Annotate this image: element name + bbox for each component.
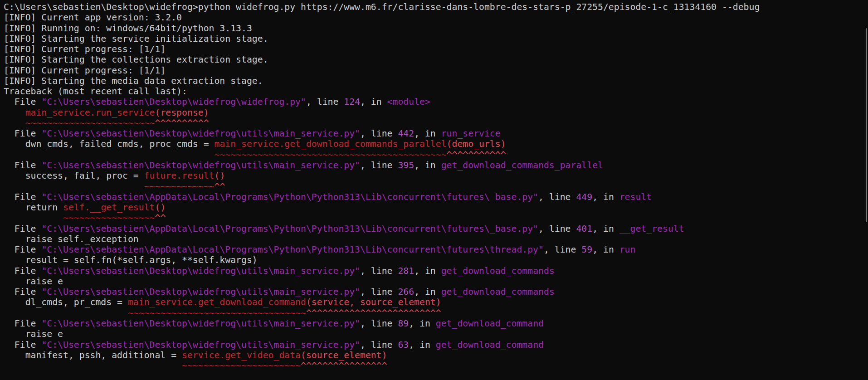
text-segment: , line [360, 128, 398, 139]
error-anchor-segment: ^^^^^^^^^^^^^^^^^^^^^^^^^ [306, 308, 441, 318]
text-segment: C:\Users\sebastien\Desktop\widefrog>pyth… [4, 2, 760, 12]
scrollbar-thumb[interactable] [866, 28, 867, 222]
text-segment: [INFO] Current app version: 3.2.0 [4, 12, 182, 23]
text-segment: , line [538, 192, 576, 202]
text-segment [4, 107, 25, 118]
file-path: get_download_commands_parallel [441, 160, 603, 171]
terminal-line: raise e [4, 276, 863, 287]
terminal-line: File "C:\Users\sebastien\Desktop\widefro… [4, 318, 863, 329]
text-segment: , line [306, 97, 344, 107]
terminal-line: ~~~~~~~~~~~~~~~~~~~~~~~~~~~~~~~~~^^^^^^^… [4, 308, 863, 318]
line-number: 266 [398, 287, 414, 297]
terminal-line: return self.__get_result() [4, 202, 863, 213]
file-path: run_service [441, 128, 501, 139]
terminal-window: C:\Users\sebastien\Desktop\widefrog>pyth… [0, 0, 868, 380]
terminal-line: ~~~~~~~~~~~~~~~~~^^ [4, 213, 863, 223]
text-segment [4, 150, 214, 160]
terminal-line: [INFO] Current progress: [1/1] [4, 44, 863, 54]
file-path: get_download_command [436, 340, 544, 350]
error-anchor-segment: ^^^^^^^^^^^^^^^^ [301, 361, 387, 371]
text-segment: raise e [4, 329, 63, 339]
file-path: "C:\Users\sebastien\Desktop\widefrog\uti… [41, 287, 360, 297]
text-segment: , in [592, 224, 619, 234]
line-number: 449 [576, 192, 592, 202]
text-segment: manifest, pssh, additional = [4, 350, 182, 361]
error-anchor-segment: ^^^^^^^^^^^ [447, 150, 506, 160]
text-segment: raise self._exception [4, 234, 139, 244]
file-path: "C:\Users\sebastien\Desktop\widefrog\uti… [41, 128, 360, 139]
text-segment [4, 361, 182, 371]
text-segment [4, 308, 128, 318]
error-anchor-segment: () [214, 171, 225, 181]
error-anchor-segment: (service, source_element) [306, 297, 441, 307]
line-number: 395 [398, 160, 414, 171]
text-segment [4, 118, 25, 128]
file-path: "C:\Users\sebastien\Desktop\widefrog\uti… [41, 160, 360, 171]
file-path: "C:\Users\sebastien\Desktop\widefrog\uti… [41, 266, 360, 276]
line-number: 281 [398, 266, 414, 276]
terminal-line: [INFO] Current app version: 3.2.0 [4, 12, 863, 23]
line-number: 89 [398, 318, 409, 329]
terminal-line: dwn_cmds, failed_cmds, proc_cmds = main_… [4, 139, 863, 149]
text-segment: Traceback (most recent call last): [4, 86, 187, 97]
line-number: 442 [398, 128, 414, 139]
terminal-line: result = self.fn(*self.args, **self.kwar… [4, 255, 863, 265]
text-segment: [INFO] Starting the collections extracti… [4, 54, 268, 65]
terminal-line: File "C:\Users\sebastien\Desktop\widefro… [4, 287, 863, 297]
terminal-line: [INFO] Current progress: [1/1] [4, 65, 863, 76]
text-segment: File [4, 192, 41, 202]
text-segment: , in [414, 160, 441, 171]
text-segment: , in [414, 266, 441, 276]
text-segment: , in [414, 128, 441, 139]
file-path: "C:\Users\sebastien\AppData\Local\Progra… [41, 244, 544, 255]
error-code-segment: main_service.get_download_command [128, 297, 306, 307]
line-number: 401 [576, 224, 592, 234]
text-segment: [INFO] Starting the service initializati… [4, 34, 268, 44]
file-path: get_download_command [436, 318, 544, 329]
text-segment: , in [409, 340, 436, 350]
terminal-line: File "C:\Users\sebastien\Desktop\widefro… [4, 340, 863, 350]
text-segment: return [4, 202, 63, 213]
terminal-line: [INFO] Starting the media data extractio… [4, 76, 863, 86]
text-segment: , in [414, 287, 441, 297]
error-anchor-segment: (response) [155, 107, 209, 118]
text-segment: result = self.fn(*self.args, **self.kwar… [4, 255, 258, 265]
text-segment: File [4, 287, 41, 297]
terminal-line: success, fail, proc = future.result() [4, 171, 863, 181]
scrollbar-track[interactable] [864, 0, 868, 380]
file-path: "C:\Users\sebastien\AppData\Local\Progra… [41, 224, 538, 234]
terminal-line: File "C:\Users\sebastien\Desktop\widefro… [4, 128, 863, 139]
text-segment: [INFO] Current progress: [1/1] [4, 65, 166, 76]
line-number: 63 [398, 340, 409, 350]
terminal-line: File "C:\Users\sebastien\AppData\Local\P… [4, 244, 863, 255]
text-segment: , in [592, 192, 619, 202]
line-number: 124 [344, 97, 360, 107]
text-segment: File [4, 318, 41, 329]
file-path: "C:\Users\sebastien\Desktop\widefrog\uti… [41, 340, 360, 350]
error-code-segment: ~~~~~~~~~~~~~~~~~~~~~~~~ [25, 118, 155, 128]
text-segment: , line [360, 287, 398, 297]
error-anchor-segment: (source_element) [301, 350, 387, 361]
text-segment: , in [592, 244, 619, 255]
terminal-line: File "C:\Users\sebastien\AppData\Local\P… [4, 224, 863, 234]
error-anchor-segment: ^^ [155, 213, 166, 223]
terminal-line: File "C:\Users\sebastien\Desktop\widefro… [4, 160, 863, 171]
text-segment: File [4, 340, 41, 350]
text-segment: , line [360, 340, 398, 350]
terminal-line: ~~~~~~~~~~~~~~~~~~~~~~~~~~~~~~~~~~~~~~~~… [4, 150, 863, 160]
text-segment: File [4, 224, 41, 234]
terminal-line: File "C:\Users\sebastien\Desktop\widefro… [4, 266, 863, 276]
terminal-line: main_service.run_service(response) [4, 107, 863, 118]
text-segment: File [4, 160, 41, 171]
error-code-segment: ~~~~~~~~~~~~~~~~~ [63, 213, 155, 223]
terminal-line: File "C:\Users\sebastien\Desktop\widefro… [4, 97, 863, 107]
error-anchor-segment: ^^^^^^^^^^ [155, 118, 209, 128]
text-segment: success, fail, proc = [4, 171, 144, 181]
text-segment [4, 181, 144, 192]
file-path: get_download_commands [441, 287, 555, 297]
error-code-segment: ~~~~~~~~~~~~~ [144, 181, 215, 192]
terminal-line: File "C:\Users\sebastien\AppData\Local\P… [4, 192, 863, 202]
terminal-line: [INFO] Running on: windows/64bit/python … [4, 23, 863, 34]
error-code-segment: main_service.run_service [25, 107, 155, 118]
text-segment: dwn_cmds, failed_cmds, proc_cmds = [4, 139, 214, 149]
